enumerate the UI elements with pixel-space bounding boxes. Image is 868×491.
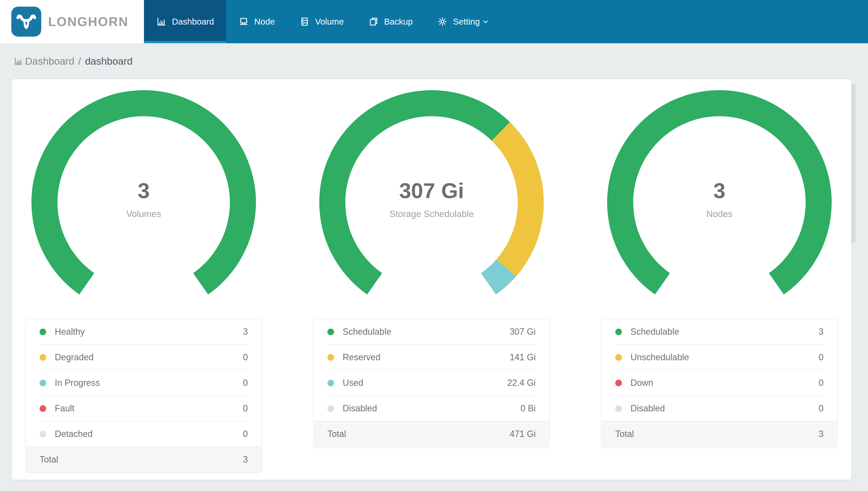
status-dot [615, 380, 622, 386]
server-icon [300, 17, 310, 27]
legend-row-total: Total 3 [602, 421, 837, 446]
status-dot [328, 354, 334, 361]
legend-value: 22.4 Gi [507, 378, 536, 388]
status-dot [39, 405, 46, 412]
total-label: Total [39, 454, 243, 465]
panel-nodes: 3 Nodes Schedulable 3 Unschedulable 0 Do… [601, 90, 838, 472]
legend-row-schedulable: Schedulable 307 Gi [314, 319, 549, 344]
legend-label: Unschedulable [630, 352, 818, 363]
legend-row-disabled: Disabled 0 Bi [314, 396, 549, 421]
legend-table-nodes: Schedulable 3 Unschedulable 0 Down 0 Dis… [601, 319, 838, 447]
legend-value: 141 Gi [510, 352, 536, 363]
document-icon [368, 17, 379, 27]
legend-row-total: Total 3 [26, 446, 261, 472]
dashboard-card: 3 Volumes Healthy 3 Degraded 0 In Progre… [12, 79, 851, 480]
nav-item-node[interactable]: Node [226, 0, 287, 43]
legend-value: 0 [243, 429, 248, 439]
legend-value: 307 Gi [510, 326, 536, 337]
brand-logo[interactable]: LONGHORN [0, 0, 144, 43]
legend-value: 0 [818, 378, 824, 388]
status-dot [39, 431, 46, 437]
nav-item-label: Volume [315, 17, 344, 27]
total-value: 3 [243, 454, 248, 465]
legend-value: 0 [243, 403, 248, 413]
legend-row-healthy: Healthy 3 [26, 319, 261, 344]
legend-row-disabled: Disabled 0 [602, 396, 837, 421]
legend-label: Fault [55, 403, 243, 413]
legend-value: 0 Bi [521, 403, 536, 413]
nav-item-volume[interactable]: Volume [287, 0, 356, 43]
legend-row-reserved: Reserved 141 Gi [314, 345, 549, 370]
breadcrumb: Dashboard / dashboard [0, 43, 868, 79]
legend-table-storage-schedulable: Schedulable 307 Gi Reserved 141 Gi Used … [313, 319, 550, 447]
legend-value: 0 [243, 352, 248, 363]
legend-value: 0 [243, 378, 248, 388]
gauge-svg [31, 90, 257, 297]
legend-label: Disabled [630, 403, 818, 413]
breadcrumb-separator: / [79, 56, 81, 67]
panel-volumes: 3 Volumes Healthy 3 Degraded 0 In Progre… [26, 90, 262, 472]
total-value: 3 [818, 429, 824, 439]
nav-item-label: Dashboard [172, 17, 214, 27]
status-dot [328, 405, 334, 412]
legend-label: Schedulable [343, 326, 510, 337]
vertical-scrollbar-thumb[interactable] [851, 84, 856, 243]
nav-item-label: Node [254, 17, 275, 27]
legend-value: 3 [818, 326, 824, 337]
gauge-svg [318, 90, 545, 297]
total-label: Total [615, 429, 818, 439]
legend-value: 0 [818, 403, 824, 413]
nav-item-dashboard[interactable]: Dashboard [144, 0, 226, 43]
legend-label: Disabled [343, 403, 521, 413]
nav-tabs: DashboardNodeVolumeBackupSetting [144, 0, 502, 43]
legend-label: Schedulable [630, 326, 818, 337]
gauge-nodes: 3 Nodes [607, 90, 832, 297]
status-dot [39, 380, 46, 386]
chevron-down-icon [481, 17, 490, 26]
legend-label: Healthy [55, 326, 243, 337]
legend-label: Degraded [55, 352, 243, 363]
bar-chart-icon [156, 17, 166, 27]
bar-chart-icon [14, 57, 23, 66]
legend-row-unschedulable: Unschedulable 0 [602, 345, 837, 370]
gauge-volumes: 3 Volumes [31, 90, 257, 297]
legend-value: 0 [818, 352, 824, 363]
legend-table-volumes: Healthy 3 Degraded 0 In Progress 0 Fault… [26, 319, 262, 472]
gauge-panels: 3 Volumes Healthy 3 Degraded 0 In Progre… [12, 79, 851, 472]
gauge-storage-schedulable: 307 Gi Storage Schedulable [318, 90, 545, 297]
gauge-segment-reserved [501, 132, 531, 268]
legend-label: Reserved [343, 352, 510, 363]
status-dot [615, 354, 622, 361]
status-dot [328, 380, 334, 386]
legend-row-fault: Fault 0 [26, 396, 261, 421]
legend-value: 3 [243, 326, 248, 337]
brand-name: LONGHORN [48, 14, 128, 29]
breadcrumb-section[interactable]: Dashboard [25, 56, 74, 67]
breadcrumb-page: dashboard [85, 56, 133, 67]
nav-item-setting[interactable]: Setting [425, 0, 502, 43]
legend-label: Used [343, 378, 507, 388]
legend-row-schedulable: Schedulable 3 [602, 319, 837, 344]
panel-storage-schedulable: 307 Gi Storage Schedulable Schedulable 3… [313, 90, 550, 472]
total-label: Total [328, 429, 510, 439]
legend-row-down: Down 0 [602, 370, 837, 396]
legend-row-used: Used 22.4 Gi [314, 370, 549, 396]
legend-label: Detached [55, 429, 243, 439]
total-value: 471 Gi [510, 429, 536, 439]
top-nav: LONGHORN DashboardNodeVolumeBackupSettin… [0, 0, 868, 43]
gauge-segment-used [489, 268, 506, 284]
gauge-segment-schedulable [620, 103, 818, 284]
longhorn-logo-icon [11, 7, 41, 37]
status-dot [328, 328, 334, 335]
gauge-svg [607, 90, 832, 297]
legend-row-detached: Detached 0 [26, 422, 261, 446]
legend-row-in-progress: In Progress 0 [26, 370, 261, 396]
status-dot [39, 328, 46, 335]
status-dot [615, 405, 622, 412]
legend-label: In Progress [55, 378, 243, 388]
gear-icon [437, 17, 447, 27]
laptop-icon [239, 17, 249, 27]
legend-row-total: Total 471 Gi [314, 421, 549, 446]
nav-item-backup[interactable]: Backup [356, 0, 425, 43]
status-dot [39, 354, 46, 361]
